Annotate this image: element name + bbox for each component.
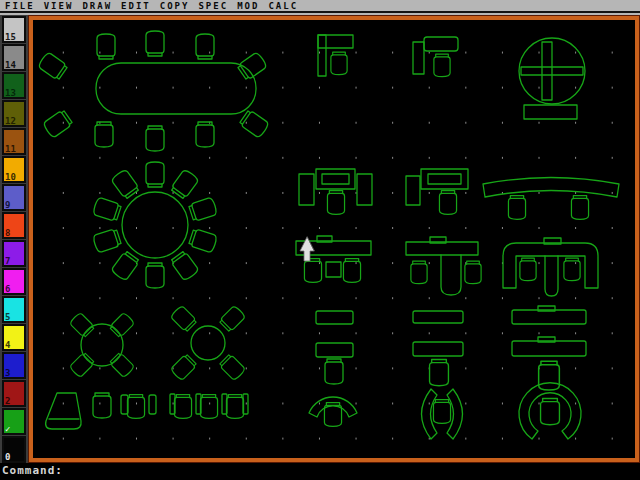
color-swatch-6[interactable]: 6 — [2, 268, 26, 295]
swatch-label: 5 — [5, 312, 10, 322]
color-swatch-4[interactable]: 4 — [2, 324, 26, 351]
swatch-label: 3 — [5, 368, 10, 378]
swatch-label: 7 — [5, 256, 10, 266]
color-swatch-9[interactable]: 9 — [2, 184, 26, 211]
color-swatch-11[interactable]: 11 — [2, 128, 26, 155]
swatch-label: 6 — [5, 284, 10, 294]
check-icon: ✓ — [5, 424, 10, 434]
menu-item-copy[interactable]: COPY — [160, 0, 190, 15]
command-prompt: Command: — [2, 464, 63, 477]
swatch-label: 9 — [5, 200, 10, 210]
color-swatch-5[interactable]: 5 — [2, 296, 26, 323]
color-swatch-14[interactable]: 14 — [2, 44, 26, 71]
swatch-label: 14 — [5, 60, 16, 70]
swatch-label: 4 — [5, 340, 10, 350]
swatch-label: 10 — [5, 172, 16, 182]
menu-item-spec[interactable]: SPEC — [198, 0, 228, 15]
swatch-label: 0 — [5, 452, 10, 462]
drawing-area[interactable] — [28, 15, 640, 463]
swatch-label: 2 — [5, 396, 10, 406]
menu-item-calc[interactable]: CALC — [268, 0, 298, 15]
menu-item-view[interactable]: VIEW — [44, 0, 74, 15]
swatch-label: 13 — [5, 88, 16, 98]
color-swatch-active-check[interactable]: ✓ — [2, 408, 26, 435]
swatch-label: 11 — [5, 144, 16, 154]
color-swatch-7[interactable]: 7 — [2, 240, 26, 267]
menu-item-draw[interactable]: DRAW — [82, 0, 112, 15]
color-swatch-12[interactable]: 12 — [2, 100, 26, 127]
menu-bar: FILE VIEW DRAW EDIT COPY SPEC MOD CALC — [0, 0, 640, 15]
color-swatch-3[interactable]: 3 — [2, 352, 26, 379]
color-swatch-10[interactable]: 10 — [2, 156, 26, 183]
color-swatch-8[interactable]: 8 — [2, 212, 26, 239]
color-swatch-13[interactable]: 13 — [2, 72, 26, 99]
swatch-label: 15 — [5, 32, 16, 42]
command-bar[interactable]: Command: — [0, 463, 640, 480]
color-toolbar: 15 14 13 12 11 10 9 8 7 6 5 4 3 2 ✓ 0 — [0, 15, 28, 463]
menu-item-file[interactable]: FILE — [5, 0, 35, 15]
color-swatch-2[interactable]: 2 — [2, 380, 26, 407]
menu-item-mod[interactable]: MOD — [237, 0, 259, 15]
color-swatch-15[interactable]: 15 — [2, 16, 26, 43]
menu-item-edit[interactable]: EDIT — [121, 0, 151, 15]
swatch-label: 8 — [5, 228, 10, 238]
color-swatch-0[interactable]: 0 — [2, 436, 26, 463]
canvas-frame — [29, 16, 639, 462]
swatch-label: 12 — [5, 116, 16, 126]
